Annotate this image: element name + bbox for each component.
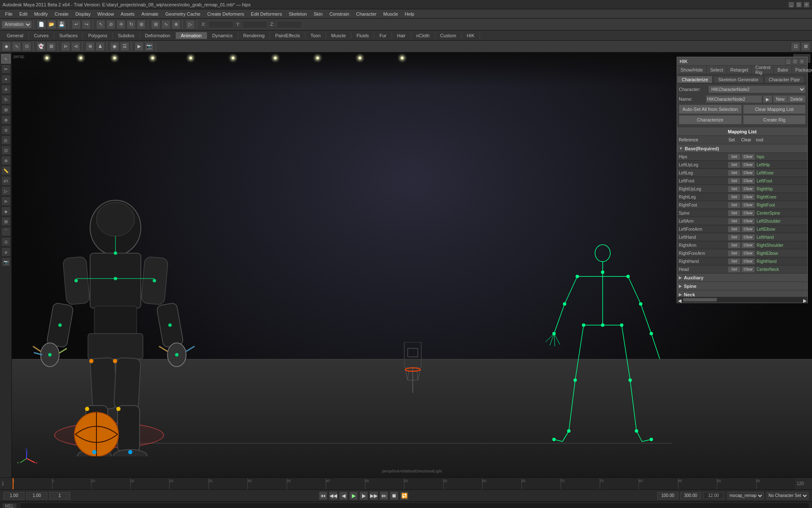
region-select-icon[interactable]: ⊡ — [1, 146, 11, 155]
menu-assets[interactable]: Assets — [117, 11, 138, 17]
workspace-mode-select[interactable]: Animation — [2, 21, 32, 28]
hik-menu-bake[interactable]: Bake — [774, 66, 792, 74]
leftleg-set-btn[interactable]: Set — [728, 170, 741, 176]
hscroll-left-btn[interactable]: ◀ — [678, 298, 681, 302]
group-neck[interactable]: ▶ Neck — [677, 290, 807, 297]
universal-manip-icon[interactable]: ⊕ — [1, 115, 11, 124]
hips-clear-btn[interactable]: Clear — [741, 154, 755, 160]
menu-create[interactable]: Create — [51, 11, 72, 17]
tab-painteffects[interactable]: PaintEffects — [270, 32, 306, 39]
stop-btn[interactable]: ⏹ — [390, 491, 398, 500]
save-btn[interactable]: 💾 — [57, 20, 66, 29]
frame-input[interactable] — [49, 492, 70, 500]
maximize-btn[interactable]: □ — [796, 2, 802, 8]
hik-tab-characterize[interactable]: Characterize — [677, 76, 713, 83]
lattice-icon[interactable]: ⊞ — [1, 217, 11, 226]
menu-help[interactable]: Help — [401, 11, 418, 17]
anim-camera-btn[interactable]: 📷 — [145, 42, 154, 51]
rightforearm-set-btn[interactable]: Set — [728, 250, 741, 257]
hik-menu-retarget[interactable]: Retarget — [727, 66, 752, 74]
hik-create-rig-btn[interactable]: Create Rig — [743, 115, 806, 124]
hik-name-input[interactable] — [706, 95, 762, 103]
snap-icon[interactable]: ⊛ — [1, 156, 11, 165]
hik-menu-select[interactable]: Select — [707, 66, 727, 74]
character-set-select[interactable]: No Character Set — [766, 492, 809, 500]
rightarm-set-btn[interactable]: Set — [728, 242, 741, 248]
lasso-btn[interactable]: ⊘ — [106, 20, 115, 29]
menu-character[interactable]: Character — [353, 11, 380, 17]
soft-modify-icon[interactable]: ⊘ — [1, 125, 11, 135]
measure-icon[interactable]: 📏 — [1, 166, 11, 175]
tab-hik[interactable]: HIK — [462, 32, 480, 39]
leftupleg-clear-btn[interactable]: Clear — [741, 162, 755, 168]
tab-custom[interactable]: Custom — [435, 32, 462, 39]
anim-deform-btn[interactable]: ⊠ — [47, 42, 56, 51]
playback-end-input[interactable] — [657, 492, 678, 500]
hscroll-track[interactable] — [683, 298, 801, 302]
bend-icon[interactable]: ⌒ — [1, 227, 11, 236]
open-btn[interactable]: 📂 — [47, 20, 56, 29]
hik-minimize-btn[interactable]: _ — [785, 58, 791, 64]
menu-skin[interactable]: Skin — [310, 11, 326, 17]
tab-muscle[interactable]: Muscle — [326, 32, 351, 39]
joint-icon[interactable]: ⊙ — [1, 237, 11, 246]
playhead[interactable] — [13, 478, 14, 489]
character-select[interactable]: mocap_remap — [727, 492, 764, 500]
anim-mixer-btn[interactable]: ☰ — [120, 42, 129, 51]
leftupleg-set-btn[interactable]: Set — [728, 162, 741, 168]
anim-playblast-btn[interactable]: ▶ — [134, 42, 144, 51]
x-input[interactable] — [208, 21, 233, 28]
go-end-btn[interactable]: ⏭ — [380, 491, 388, 500]
tab-polygons[interactable]: Polygons — [83, 32, 112, 39]
menu-geometry-cache[interactable]: Geometry Cache — [162, 11, 204, 17]
group-auxiliary[interactable]: ▶ Auxiliary — [677, 273, 807, 282]
snap-curve-btn[interactable]: ∿ — [161, 20, 170, 29]
hik-delete-btn[interactable]: Delete — [787, 95, 806, 103]
menu-edit-deformers[interactable]: Edit Deformers — [247, 11, 285, 17]
leftfoot-clear-btn[interactable]: Clear — [741, 178, 755, 184]
hik-menu-package[interactable]: Package — [792, 66, 812, 74]
hik-maximize-btn[interactable]: □ — [792, 58, 798, 64]
scale-btn[interactable]: ⊞ — [137, 20, 146, 29]
tab-animation[interactable]: Animation — [176, 32, 207, 39]
redo-btn[interactable]: ↪ — [82, 20, 91, 29]
hik-tab-character-pipe[interactable]: Character Pipe — [764, 76, 804, 83]
camera-icon[interactable]: 📷 — [1, 257, 11, 267]
cluster-icon[interactable]: ◈ — [1, 207, 11, 216]
hik-close-btn[interactable]: × — [799, 58, 805, 64]
hscroll-thumb[interactable] — [683, 298, 717, 301]
menu-create-deformers[interactable]: Create Deformers — [204, 11, 247, 17]
rotate-tool-icon[interactable]: ↻ — [1, 95, 11, 104]
tab-ncloth[interactable]: nCloth — [411, 32, 435, 39]
z-input[interactable] — [277, 21, 302, 28]
righthand-clear-btn[interactable]: Clear — [741, 258, 755, 265]
next-frame-btn[interactable]: ▶ — [359, 491, 368, 500]
step-back-btn[interactable]: ◀◀ — [329, 491, 337, 500]
rightupleg-set-btn[interactable]: Set — [728, 186, 741, 192]
mapping-list[interactable]: ▼ Base(Required) Hips Set Clear hips Lef… — [677, 144, 807, 297]
play-btn[interactable]: ▶ — [349, 491, 358, 500]
rightfoot-clear-btn[interactable]: Clear — [741, 202, 755, 208]
rightforearm-clear-btn[interactable]: Clear — [741, 250, 755, 257]
current-frame-input[interactable] — [26, 492, 47, 500]
prev-frame-btn[interactable]: ◀ — [339, 491, 348, 500]
tab-dynamics[interactable]: Dynamics — [207, 32, 238, 39]
y-input[interactable] — [242, 21, 268, 28]
rightleg-clear-btn[interactable]: Clear — [741, 194, 755, 200]
cmd-input[interactable] — [20, 502, 809, 508]
tab-general[interactable]: General — [2, 32, 29, 39]
anim-end-input[interactable] — [680, 492, 701, 500]
hik-menu-control-rig[interactable]: Control Rig — [752, 66, 774, 74]
hik-win-controls[interactable]: _ □ × — [785, 58, 805, 64]
hips-set-btn[interactable]: Set — [728, 154, 741, 160]
menu-modify[interactable]: Modify — [31, 11, 51, 17]
rightfoot-set-btn[interactable]: Set — [728, 202, 741, 208]
anim-curve-btn[interactable]: ∿ — [12, 42, 21, 51]
close-btn[interactable]: × — [804, 2, 809, 8]
menu-muscle[interactable]: Muscle — [380, 11, 401, 17]
leftarm-clear-btn[interactable]: Clear — [741, 218, 755, 224]
view-snap-btn[interactable]: ⊠ — [801, 42, 810, 51]
loop-btn[interactable]: 🔁 — [400, 491, 409, 500]
new-scene-btn[interactable]: 📄 — [37, 20, 46, 29]
anim-motion-btn[interactable]: ⊙ — [22, 42, 31, 51]
